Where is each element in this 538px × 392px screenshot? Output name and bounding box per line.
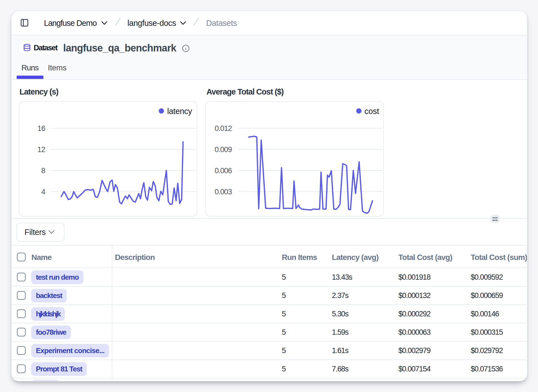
svg-text:0.003: 0.003 — [214, 188, 232, 196]
svg-text:4: 4 — [41, 188, 45, 196]
svg-text:0.012: 0.012 — [214, 124, 232, 133]
svg-text:16: 16 — [37, 124, 45, 133]
svg-text:8: 8 — [41, 167, 45, 175]
svg-text:0.009: 0.009 — [214, 145, 232, 154]
svg-text:cost: cost — [364, 107, 379, 116]
svg-text:latency: latency — [167, 107, 192, 116]
svg-text:0.006: 0.006 — [214, 167, 232, 175]
svg-text:12: 12 — [37, 145, 45, 154]
